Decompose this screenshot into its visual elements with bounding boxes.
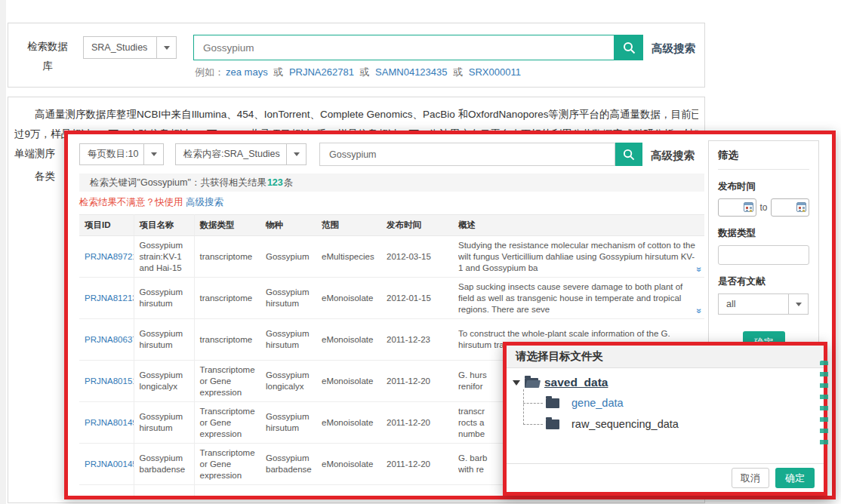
modal-advanced-search-link[interactable]: 高级搜索 (651, 149, 695, 163)
expand-summary-icon[interactable]: » (696, 267, 704, 272)
folder-tree: saved_data gene_dataraw_sequencing_data (511, 373, 679, 435)
cell-data-type: Transcriptome (194, 485, 260, 500)
cell-publish-date: 2012-01-15 (381, 278, 453, 319)
project-id-link[interactable]: PRJNA00145 (85, 459, 134, 469)
dissatisfied-hint: 检索结果不满意？快使用 高级搜索 (79, 196, 223, 209)
table-row: PRJNA89721Gossypium strain:KV-1 and Hai-… (79, 236, 704, 278)
cell-species: Gossypium (260, 236, 316, 278)
example-separator: 或 (271, 66, 286, 78)
tree-node-label[interactable]: raw_sequencing_data (571, 418, 679, 430)
chevron-down-icon (294, 152, 300, 156)
cell-project-id: PRJNA89721 (79, 236, 134, 278)
cell-species: Gossypium hirsutum (260, 319, 316, 361)
cell-scope (316, 485, 381, 500)
cancel-button[interactable]: 取消 (732, 468, 769, 488)
cell-publish-date (381, 485, 453, 500)
page-size-select[interactable]: 每页数目:10 (79, 143, 164, 165)
cell-scope: eMonoisolate (316, 278, 381, 319)
example-link[interactable]: PRJNA262781 (289, 66, 354, 78)
cell-project-name: Gossypium strain:KV-1 and Hai-15 (134, 236, 194, 278)
right-edge-widget[interactable] (820, 361, 828, 450)
page-left-strip (0, 0, 6, 504)
modal-search-button[interactable] (615, 143, 642, 166)
search-scope-select[interactable]: 检索内容:SRA_Studies (175, 143, 307, 165)
example-link[interactable]: zea mays (226, 66, 268, 78)
literature-select-value: all (718, 293, 789, 315)
column-header: 概述 (453, 215, 704, 236)
cell-summary: Studying the resistance molecular mechan… (453, 236, 704, 278)
tree-node-gene-data[interactable]: gene_data (523, 392, 679, 413)
search-icon (623, 149, 635, 161)
example-link[interactable]: SRX000011 (469, 66, 521, 78)
top-search-card: 检索数据 库 SRA_Studies 高级搜索 例如：zea mays 或 PR… (8, 23, 705, 88)
database-select-value: SRA_Studies (83, 36, 157, 59)
database-select-caret[interactable] (156, 36, 177, 59)
literature-select[interactable]: all (718, 293, 809, 315)
chevron-down-icon (164, 46, 170, 50)
summary-text: Studying the resistance molecular mechan… (458, 240, 699, 274)
calendar-icon[interactable] (744, 202, 753, 212)
folder-icon (546, 419, 559, 429)
cell-data-type: Transcriptome or Gene expression (194, 444, 260, 485)
folder-select-dialog: 请选择目标文件夹 saved_data gene_dataraw_sequenc… (503, 342, 827, 496)
intro-line: 高通量测序数据库整理NCBI中来自Illumina、454、IonTorrent… (14, 105, 698, 124)
cell-publish-date: 2011-12-20 (381, 444, 453, 485)
cell-data-type: transcriptome (194, 319, 260, 361)
cell-project-name: Gossypium hirsutum (134, 402, 194, 444)
cell-species: Gossypium longicalyx (260, 361, 316, 402)
project-id-link[interactable]: PRJNA80149 (85, 418, 134, 427)
column-header: 范围 (316, 215, 381, 236)
chevron-down-icon (796, 303, 802, 306)
literature-select-caret[interactable] (788, 293, 809, 315)
tree-expand-icon[interactable] (513, 380, 520, 386)
chevron-down-icon (151, 152, 157, 156)
search-scope-value: 检索内容:SRA_Studies (175, 143, 287, 165)
main-search-input[interactable] (193, 35, 615, 60)
advanced-search-link[interactable]: 高级搜索 (652, 41, 695, 56)
example-separator: 或 (357, 66, 372, 78)
date-from-input[interactable] (718, 198, 756, 217)
confirm-button[interactable]: 确定 (775, 468, 815, 488)
date-to-input[interactable] (771, 198, 809, 217)
column-header: 项目ID (79, 215, 134, 236)
expand-summary-icon[interactable]: » (696, 309, 704, 314)
cell-scope: eMonoisolate (316, 361, 381, 402)
cell-project-name (134, 485, 194, 500)
tree-node-raw-sequencing-data[interactable]: raw_sequencing_data (523, 413, 679, 435)
calendar-icon[interactable] (796, 202, 806, 212)
database-select[interactable]: SRA_Studies (83, 36, 177, 59)
column-header: 数据类型 (194, 215, 260, 236)
example-separator: 或 (451, 66, 466, 78)
modal-search-input[interactable] (319, 143, 615, 166)
cell-project-id: PRJNA81213 (79, 278, 134, 319)
cell-project-name: Gossypium longicalyx (134, 361, 194, 402)
cell-scope: eMonoisolate (316, 402, 381, 444)
cell-project-id: PRJNA00145 (79, 444, 134, 485)
table-row: PRJNA81213Gossypium hirsutumtranscriptom… (79, 278, 704, 319)
date-to-label: to (759, 202, 767, 213)
project-id-link[interactable]: PRJNA80151 (85, 376, 134, 386)
literature-label: 是否有文献 (718, 275, 809, 288)
project-id-link[interactable]: PRJNA81213 (85, 293, 134, 303)
project-id-link[interactable]: PRJNA89721 (85, 252, 134, 261)
cell-project-name: Gossypium barbadense (134, 444, 194, 485)
cell-project-name: Gossypium hirsutum (134, 319, 194, 361)
main-search-button[interactable] (615, 35, 643, 60)
tree-root-label[interactable]: saved_data (544, 376, 608, 389)
cell-publish-date: 2011-12-23 (381, 319, 453, 361)
cell-publish-date: 2012-03-15 (381, 236, 453, 278)
data-type-input[interactable] (718, 245, 809, 265)
search-scope-caret[interactable] (286, 143, 307, 165)
cell-data-type: transcriptome (194, 278, 260, 319)
folder-icon (546, 398, 559, 408)
tree-node-saved-data[interactable]: saved_data (511, 373, 679, 392)
result-summary-prefix: 检索关键词"Gossypium"：共获得相关结果 (90, 177, 266, 189)
tree-node-label[interactable]: gene_data (571, 397, 624, 409)
page-size-caret[interactable] (143, 143, 164, 165)
filter-panel: 筛选 发布时间 to 数据类型 是否有文献 all 确定 (708, 140, 819, 343)
search-examples: 例如：zea mays 或 PRJNA262781 或 SAMN04123435… (195, 66, 522, 79)
project-id-link[interactable]: PRJNA80637 (85, 335, 134, 344)
example-link[interactable]: SAMN04123435 (375, 66, 447, 78)
cell-scope: eMonoisolate (316, 444, 381, 485)
dissatisfied-advanced-link[interactable]: 高级搜索 (186, 197, 223, 207)
